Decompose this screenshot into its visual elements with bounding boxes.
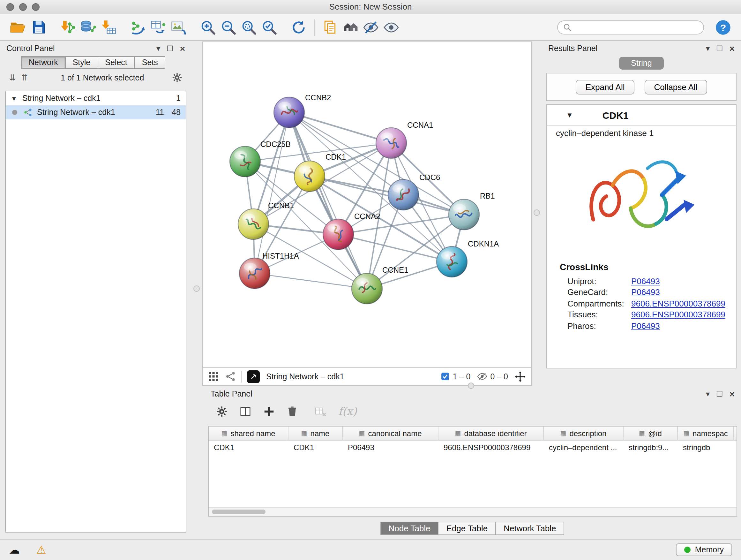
network-from-selection-button[interactable] — [128, 17, 148, 37]
hide-selected-button[interactable] — [360, 17, 381, 37]
scrollbar-thumb[interactable] — [212, 509, 266, 514]
collapse-all-icon[interactable]: ⇊ — [9, 73, 16, 82]
memory-label: Memory — [695, 545, 724, 554]
table-cell: cyclin–dependent ... — [544, 441, 623, 454]
collapse-card-icon[interactable]: ▼ — [566, 111, 573, 119]
help-button[interactable]: ? — [713, 17, 733, 37]
tab-style[interactable]: Style — [65, 56, 98, 69]
zoom-out-button[interactable] — [218, 17, 239, 37]
edge-CCNB2-HIST1H1A[interactable] — [255, 112, 289, 273]
column-header-@id[interactable]: ▦@id — [623, 427, 678, 440]
node-RB1[interactable]: RB1 — [449, 192, 495, 230]
show-hidden-button[interactable] — [381, 17, 401, 37]
results-panel: Results Panel ▾ ☐ × String Expand All Co… — [544, 42, 738, 387]
cloud-status-icon[interactable]: ☁ — [9, 543, 20, 557]
edge-CCNB2-CCNE1[interactable] — [289, 112, 367, 289]
warning-icon[interactable]: ⚠ — [37, 543, 46, 557]
show-all-panels-button[interactable] — [340, 17, 360, 37]
open-in-browser-button[interactable] — [247, 370, 260, 383]
crosslink-link[interactable]: 9606.ENSP00000378699 — [631, 310, 725, 319]
edge-CCNB2-CCNA1[interactable] — [289, 112, 391, 143]
tab-edge-table[interactable]: Edge Table — [438, 522, 496, 535]
network-tree-root-row[interactable]: ▼ String Network – cdk1 1 — [6, 91, 186, 105]
tab-sets[interactable]: Sets — [134, 56, 165, 69]
zoom-fit-icon — [241, 19, 257, 36]
zoom-in-button[interactable] — [198, 17, 218, 37]
node-CCNA1[interactable]: CCNA1 — [376, 121, 433, 159]
node-CDKN1A[interactable]: CDKN1A — [436, 240, 499, 277]
column-header-shared-name[interactable]: ▦shared name — [209, 427, 288, 440]
column-header-database-identifier[interactable]: ▦database identifier — [439, 427, 544, 440]
open-session-button[interactable] — [8, 17, 28, 37]
tab-select[interactable]: Select — [97, 56, 135, 69]
import-table-button[interactable] — [98, 17, 119, 37]
add-column-icon[interactable] — [263, 405, 275, 417]
float-panel-icon[interactable]: ☐ — [716, 389, 723, 398]
expand-all-icon[interactable]: ⇈ — [21, 73, 28, 82]
edge-HIST1H1A-CCNE1[interactable] — [255, 273, 367, 289]
zoom-fit-button[interactable] — [239, 17, 259, 37]
edge-CDK1-RB1[interactable] — [310, 176, 464, 214]
panel-menu-icon[interactable]: ▾ — [706, 44, 710, 53]
memory-button[interactable]: Memory — [676, 543, 732, 556]
left-splitter-handle[interactable] — [193, 286, 200, 292]
crosslink-row: Pharos:P06493 — [547, 319, 736, 330]
panel-menu-icon[interactable]: ▾ — [156, 44, 160, 53]
protein-card-header[interactable]: ▼ CDK1 — [547, 105, 736, 126]
column-label: shared name — [230, 429, 275, 438]
crosslink-link[interactable]: P06493 — [631, 287, 660, 297]
crosslink-link[interactable]: P06493 — [631, 321, 660, 330]
node-CDK1[interactable]: CDK1 — [294, 152, 346, 192]
tab-network[interactable]: Network — [21, 56, 66, 69]
gear-icon[interactable] — [216, 405, 228, 417]
import-network-database-button[interactable] — [78, 17, 98, 37]
clone-network-button[interactable] — [320, 17, 340, 37]
right-splitter-handle[interactable] — [534, 209, 540, 216]
close-panel-icon[interactable]: × — [180, 44, 185, 54]
search-input[interactable] — [576, 22, 698, 32]
float-panel-icon[interactable]: ☐ — [166, 44, 174, 53]
network-canvas[interactable]: CCNB2CCNA1CDC25BCDK1CDC6RB1CCNB1CCNA2CDK… — [203, 42, 531, 367]
column-label: name — [310, 429, 329, 438]
show-columns-icon[interactable] — [239, 405, 252, 417]
hidden-eye-icon[interactable] — [477, 371, 488, 382]
tab-network-table[interactable]: Network Table — [495, 522, 564, 535]
crosslink-link[interactable]: 9606.ENSP00000378699 — [631, 299, 725, 308]
table-row[interactable]: CDK1CDK1P064939606.ENSP00000378699cyclin… — [209, 441, 737, 454]
save-session-button[interactable] — [28, 17, 49, 37]
column-header-description[interactable]: ▦description — [544, 427, 623, 440]
gear-icon[interactable] — [172, 72, 183, 83]
column-header-name[interactable]: ▦name — [288, 427, 343, 440]
tab-node-table[interactable]: Node Table — [380, 522, 439, 535]
network-from-table-button[interactable] — [148, 17, 169, 37]
crosslink-row: Compartments:9606.ENSP00000378699 — [547, 297, 736, 308]
node-HIST1H1A[interactable]: HIST1H1A — [239, 252, 299, 289]
crosslink-link[interactable]: P06493 — [631, 276, 660, 286]
collapse-all-button[interactable]: Collapse All — [645, 79, 707, 94]
close-panel-icon[interactable]: × — [730, 44, 735, 54]
import-network-file-button[interactable] — [57, 17, 78, 37]
column-type-icon: ▦ — [359, 430, 365, 437]
node-CDC25B[interactable]: CDC25B — [230, 140, 291, 177]
birds-eye-view-icon[interactable] — [225, 371, 236, 382]
delete-column-icon[interactable] — [286, 406, 298, 417]
network-view: CCNB2CCNA1CDC25BCDK1CDC6RB1CCNB1CCNA2CDK… — [202, 42, 532, 386]
refresh-button[interactable] — [288, 17, 309, 37]
zoom-selected-button[interactable] — [259, 17, 280, 37]
export-image-button[interactable] — [169, 17, 189, 37]
close-panel-icon[interactable]: × — [730, 389, 735, 399]
table-body: CDK1CDK1P064939606.ENSP00000378699cyclin… — [209, 441, 737, 454]
selected-checkbox-icon[interactable] — [441, 372, 450, 381]
grid-view-icon[interactable] — [208, 371, 219, 382]
tree-expand-icon[interactable]: ▼ — [11, 95, 20, 102]
column-header-canonical-name[interactable]: ▦canonical name — [343, 427, 439, 440]
expand-all-button[interactable]: Expand All — [576, 79, 634, 94]
column-header-namespac[interactable]: ▦namespac — [678, 427, 734, 440]
float-panel-icon[interactable]: ☐ — [716, 44, 723, 53]
network-tree-item-row[interactable]: String Network – cdk1 11 48 — [6, 105, 186, 119]
pan-move-icon[interactable] — [515, 371, 526, 382]
node-CCNE1[interactable]: CCNE1 — [352, 266, 408, 304]
tab-string[interactable]: String — [619, 57, 664, 70]
node-CCNB1[interactable]: CCNB1 — [238, 201, 294, 240]
panel-menu-icon[interactable]: ▾ — [706, 389, 710, 398]
